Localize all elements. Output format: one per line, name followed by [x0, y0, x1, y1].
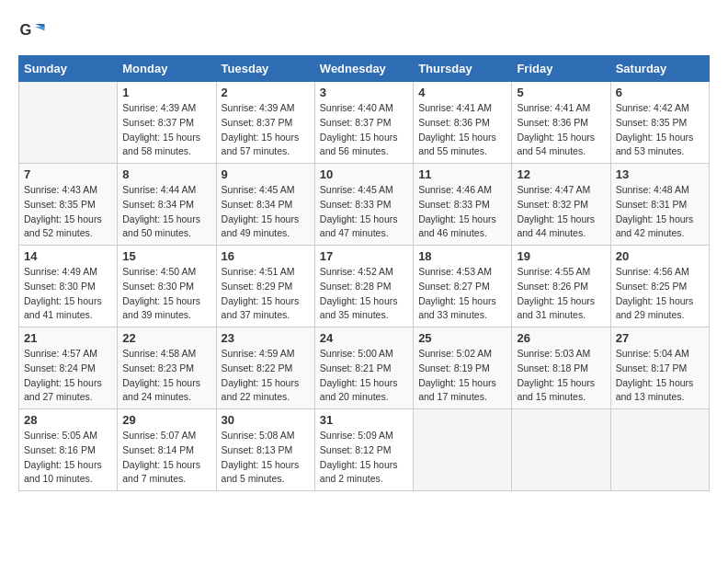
day-info: Sunrise: 5:00 AMSunset: 8:21 PMDaylight:… [320, 348, 398, 402]
day-number: 21 [24, 331, 112, 345]
week-row-5: 28 Sunrise: 5:05 AMSunset: 8:16 PMDaylig… [19, 409, 710, 491]
calendar-cell [19, 82, 118, 164]
header-cell-wednesday: Wednesday [314, 56, 413, 82]
calendar-cell: 29 Sunrise: 5:07 AMSunset: 8:14 PMDaylig… [118, 409, 216, 491]
calendar-header: SundayMondayTuesdayWednesdayThursdayFrid… [19, 56, 710, 82]
day-number: 4 [418, 86, 506, 99]
day-info: Sunrise: 4:58 AMSunset: 8:23 PMDaylight:… [122, 348, 200, 402]
day-number: 26 [517, 331, 605, 345]
day-info: Sunrise: 4:46 AMSunset: 8:33 PMDaylight:… [418, 184, 496, 238]
day-number: 3 [320, 86, 408, 99]
day-info: Sunrise: 4:41 AMSunset: 8:36 PMDaylight:… [517, 102, 595, 156]
calendar-cell [414, 409, 512, 491]
day-info: Sunrise: 5:04 AMSunset: 8:17 PMDaylight:… [616, 348, 694, 402]
day-info: Sunrise: 4:39 AMSunset: 8:37 PMDaylight:… [222, 102, 300, 156]
calendar-table: SundayMondayTuesdayWednesdayThursdayFrid… [18, 55, 710, 491]
day-number: 16 [222, 249, 310, 263]
calendar-cell: 19 Sunrise: 4:55 AMSunset: 8:26 PMDaylig… [512, 246, 610, 327]
header-cell-tuesday: Tuesday [216, 56, 314, 82]
calendar-cell: 9 Sunrise: 4:45 AMSunset: 8:34 PMDayligh… [216, 164, 314, 246]
calendar-cell: 7 Sunrise: 4:43 AMSunset: 8:35 PMDayligh… [19, 164, 118, 246]
day-number: 30 [222, 413, 310, 427]
day-number: 27 [616, 331, 704, 345]
calendar-cell: 27 Sunrise: 5:04 AMSunset: 8:17 PMDaylig… [610, 327, 709, 409]
week-row-4: 21 Sunrise: 4:57 AMSunset: 8:24 PMDaylig… [19, 327, 710, 409]
day-number: 9 [222, 167, 310, 181]
day-number: 8 [122, 167, 210, 181]
day-number: 18 [418, 249, 506, 263]
calendar-cell: 1 Sunrise: 4:39 AMSunset: 8:37 PMDayligh… [118, 82, 216, 164]
day-info: Sunrise: 4:56 AMSunset: 8:25 PMDaylight:… [616, 266, 694, 320]
day-number: 12 [517, 167, 605, 181]
calendar-cell: 3 Sunrise: 4:40 AMSunset: 8:37 PMDayligh… [314, 82, 413, 164]
day-info: Sunrise: 4:59 AMSunset: 8:22 PMDaylight:… [222, 348, 300, 402]
day-info: Sunrise: 4:39 AMSunset: 8:37 PMDaylight:… [122, 102, 200, 156]
day-info: Sunrise: 4:48 AMSunset: 8:31 PMDaylight:… [616, 184, 694, 238]
day-info: Sunrise: 4:40 AMSunset: 8:37 PMDaylight:… [320, 102, 398, 156]
day-info: Sunrise: 5:02 AMSunset: 8:19 PMDaylight:… [418, 348, 496, 402]
calendar-cell: 8 Sunrise: 4:44 AMSunset: 8:34 PMDayligh… [118, 164, 216, 246]
day-number: 2 [222, 86, 310, 99]
day-number: 13 [616, 167, 704, 181]
day-info: Sunrise: 4:51 AMSunset: 8:29 PMDaylight:… [222, 266, 300, 320]
header: G [18, 18, 710, 46]
calendar-cell: 22 Sunrise: 4:58 AMSunset: 8:23 PMDaylig… [118, 327, 216, 409]
calendar-cell: 28 Sunrise: 5:05 AMSunset: 8:16 PMDaylig… [19, 409, 118, 491]
week-row-2: 7 Sunrise: 4:43 AMSunset: 8:35 PMDayligh… [19, 164, 710, 246]
calendar-cell: 30 Sunrise: 5:08 AMSunset: 8:13 PMDaylig… [216, 409, 314, 491]
calendar-cell: 23 Sunrise: 4:59 AMSunset: 8:22 PMDaylig… [216, 327, 314, 409]
header-cell-thursday: Thursday [414, 56, 512, 82]
day-info: Sunrise: 5:03 AMSunset: 8:18 PMDaylight:… [517, 348, 595, 402]
calendar-cell: 4 Sunrise: 4:41 AMSunset: 8:36 PMDayligh… [414, 82, 512, 164]
calendar-cell: 31 Sunrise: 5:09 AMSunset: 8:12 PMDaylig… [314, 409, 413, 491]
calendar-cell: 12 Sunrise: 4:47 AMSunset: 8:32 PMDaylig… [512, 164, 610, 246]
day-number: 1 [122, 86, 210, 99]
day-number: 6 [616, 86, 704, 99]
calendar-cell: 20 Sunrise: 4:56 AMSunset: 8:25 PMDaylig… [610, 246, 709, 327]
day-info: Sunrise: 5:07 AMSunset: 8:14 PMDaylight:… [122, 430, 200, 484]
calendar-cell: 15 Sunrise: 4:50 AMSunset: 8:30 PMDaylig… [118, 246, 216, 327]
calendar-cell: 21 Sunrise: 4:57 AMSunset: 8:24 PMDaylig… [19, 327, 118, 409]
day-number: 14 [24, 249, 112, 263]
day-info: Sunrise: 4:55 AMSunset: 8:26 PMDaylight:… [517, 266, 595, 320]
day-info: Sunrise: 4:45 AMSunset: 8:34 PMDaylight:… [222, 184, 300, 238]
day-number: 15 [122, 249, 210, 263]
logo-icon: G [18, 18, 46, 46]
day-number: 24 [320, 331, 408, 345]
calendar-cell [512, 409, 610, 491]
calendar-cell: 2 Sunrise: 4:39 AMSunset: 8:37 PMDayligh… [216, 82, 314, 164]
header-cell-friday: Friday [512, 56, 610, 82]
calendar-cell: 5 Sunrise: 4:41 AMSunset: 8:36 PMDayligh… [512, 82, 610, 164]
day-number: 7 [24, 167, 112, 181]
day-info: Sunrise: 5:09 AMSunset: 8:12 PMDaylight:… [320, 430, 398, 484]
header-cell-sunday: Sunday [19, 56, 118, 82]
calendar-cell: 18 Sunrise: 4:53 AMSunset: 8:27 PMDaylig… [414, 246, 512, 327]
calendar-cell: 6 Sunrise: 4:42 AMSunset: 8:35 PMDayligh… [610, 82, 709, 164]
day-number: 11 [418, 167, 506, 181]
day-number: 17 [320, 249, 408, 263]
day-number: 5 [517, 86, 605, 99]
header-cell-saturday: Saturday [610, 56, 709, 82]
day-info: Sunrise: 4:57 AMSunset: 8:24 PMDaylight:… [24, 348, 102, 402]
calendar-cell [610, 409, 709, 491]
calendar-cell: 11 Sunrise: 4:46 AMSunset: 8:33 PMDaylig… [414, 164, 512, 246]
day-info: Sunrise: 4:44 AMSunset: 8:34 PMDaylight:… [122, 184, 200, 238]
day-number: 22 [122, 331, 210, 345]
day-number: 19 [517, 249, 605, 263]
calendar-cell: 16 Sunrise: 4:51 AMSunset: 8:29 PMDaylig… [216, 246, 314, 327]
calendar-cell: 13 Sunrise: 4:48 AMSunset: 8:31 PMDaylig… [610, 164, 709, 246]
day-info: Sunrise: 5:05 AMSunset: 8:16 PMDaylight:… [24, 430, 102, 484]
day-info: Sunrise: 4:47 AMSunset: 8:32 PMDaylight:… [517, 184, 595, 238]
header-row: SundayMondayTuesdayWednesdayThursdayFrid… [19, 56, 710, 82]
day-info: Sunrise: 4:41 AMSunset: 8:36 PMDaylight:… [418, 102, 496, 156]
day-info: Sunrise: 4:52 AMSunset: 8:28 PMDaylight:… [320, 266, 398, 320]
day-number: 31 [320, 413, 408, 427]
day-info: Sunrise: 4:50 AMSunset: 8:30 PMDaylight:… [122, 266, 200, 320]
day-info: Sunrise: 4:42 AMSunset: 8:35 PMDaylight:… [616, 102, 694, 156]
calendar-cell: 10 Sunrise: 4:45 AMSunset: 8:33 PMDaylig… [314, 164, 413, 246]
day-number: 23 [222, 331, 310, 345]
day-number: 29 [122, 413, 210, 427]
calendar-cell: 14 Sunrise: 4:49 AMSunset: 8:30 PMDaylig… [19, 246, 118, 327]
calendar-cell: 24 Sunrise: 5:00 AMSunset: 8:21 PMDaylig… [314, 327, 413, 409]
calendar-cell: 26 Sunrise: 5:03 AMSunset: 8:18 PMDaylig… [512, 327, 610, 409]
